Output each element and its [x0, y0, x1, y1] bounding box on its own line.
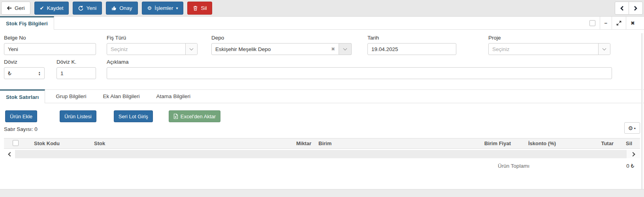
fis-turu-label: Fiş Türü — [107, 35, 198, 41]
chevron-left-icon — [620, 6, 624, 11]
detail-tabs: Stok Satırları Grup Bilgileri Ek Alan Bi… — [0, 89, 644, 103]
doviz-label: Döviz — [4, 59, 45, 65]
gear-icon: ⚙ — [147, 6, 152, 11]
panel-content: Belge No Fiş Türü Seçiniz Depo Eskişehir… — [4, 35, 640, 169]
fis-turu-select[interactable]: Seçiniz — [107, 43, 198, 55]
chevron-left-icon — [8, 152, 12, 156]
expand-icon — [616, 21, 621, 26]
window-tab-title: Stok Fiş Bilgileri — [6, 21, 48, 27]
total-row: Ürün Toplamı 0 ₺ — [4, 163, 640, 169]
aciklama-input[interactable] — [107, 67, 612, 79]
save-button[interactable]: ✔ Kaydet — [34, 2, 69, 15]
chevron-down-icon — [343, 46, 347, 50]
product-total-value: 0 ₺ — [626, 163, 634, 169]
checkbox-icon — [589, 20, 595, 26]
field-fis-turu: Fiş Türü Seçiniz — [107, 35, 198, 55]
grid-header-row: Stok Kodu Stok Miktar Birim Birim Fiyat … — [4, 138, 640, 149]
column-stok: Stok — [94, 140, 275, 146]
grid-horizontal-scrollbar — [4, 150, 640, 158]
import-excel-button[interactable]: Excel'den Aktar — [169, 110, 220, 122]
aciklama-label: Açıklama — [107, 59, 612, 65]
pin-checkbox[interactable] — [585, 17, 600, 30]
back-button[interactable]: Geri — [1, 2, 30, 15]
scrollbar-track[interactable] — [15, 150, 627, 158]
approve-button-label: Onay — [119, 5, 132, 11]
check-icon: ✔ — [40, 6, 44, 11]
tab-grup-bilgileri[interactable]: Grup Bilgileri — [50, 90, 92, 103]
save-button-label: Kaydet — [47, 5, 63, 11]
product-list-label: Ürün Listesi — [64, 114, 92, 119]
field-doviz-k: Döviz K. — [56, 59, 96, 79]
new-button[interactable]: Yeni — [73, 2, 102, 15]
column-stok-kodu: Stok Kodu — [34, 140, 94, 146]
tab-label: Stok Satırları — [6, 94, 39, 100]
column-birim: Birim — [318, 140, 366, 146]
minus-icon: − — [604, 20, 608, 26]
depo-value: Eskişehir Meşelik Depo — [215, 46, 329, 52]
row-count-text: Satır Sayısı: 0 — [4, 126, 38, 132]
operations-button[interactable]: ⚙ İşlemler ▾ — [142, 2, 184, 15]
close-icon: ✖ — [631, 20, 635, 26]
delete-button[interactable]: Sil — [187, 2, 212, 15]
doviz-select[interactable]: ₺ ▲▼ — [4, 67, 45, 79]
clear-icon[interactable]: ✖ — [331, 46, 335, 52]
add-product-button[interactable]: Ürün Ekle — [5, 110, 37, 122]
form-row-1: Belge No Fiş Türü Seçiniz Depo Eskişehir… — [4, 35, 640, 55]
next-record-button[interactable] — [629, 2, 643, 15]
column-tutar: Tutar — [588, 140, 614, 146]
doviz-value: ₺ — [8, 70, 38, 76]
window-tabbar: Stok Fiş Bilgileri − ✖ — [0, 16, 644, 30]
field-doviz: Döviz ₺ ▲▼ — [4, 59, 45, 79]
grid-settings-button[interactable]: ⚙▲ — [624, 122, 640, 134]
column-birim-fiyat: Birim Fiyat — [366, 140, 511, 146]
tarih-input[interactable] — [367, 43, 456, 55]
vertical-scrollbar[interactable] — [641, 33, 643, 189]
field-aciklama: Açıklama — [107, 59, 612, 79]
product-total-label: Ürün Toplamı — [498, 163, 529, 169]
field-tarih: Tarih — [367, 35, 456, 55]
fis-turu-placeholder: Seçiniz — [107, 46, 185, 52]
tab-ek-alan-bilgileri[interactable]: Ek Alan Bilgileri — [97, 90, 146, 103]
proje-select[interactable]: Seçiniz — [488, 43, 610, 55]
form-row-2: Döviz ₺ ▲▼ Döviz K. Açıklama — [4, 59, 640, 79]
previous-record-button[interactable] — [615, 2, 629, 15]
maximize-button[interactable] — [612, 17, 626, 30]
operations-button-label: İşlemler — [154, 5, 173, 11]
arrow-left-icon — [7, 6, 12, 11]
proje-label: Proje — [488, 35, 610, 41]
product-list-button[interactable]: Ürün Listesi — [60, 110, 96, 122]
field-belge-no: Belge No — [4, 35, 96, 55]
select-all-checkbox[interactable] — [13, 140, 34, 147]
caret-down-icon: ▾ — [176, 6, 178, 10]
stepper-icon: ▲▼ — [38, 71, 41, 76]
window-controls: − ✖ — [585, 17, 640, 30]
tab-stok-fis-bilgileri[interactable]: Stok Fiş Bilgileri — [0, 16, 54, 30]
doviz-k-label: Döviz K. — [56, 59, 96, 65]
chevron-down-icon[interactable] — [598, 44, 610, 55]
rowcount-bar: Satır Sayısı: 0 ⚙▲ — [4, 126, 640, 132]
back-button-label: Geri — [15, 5, 25, 11]
scroll-left-button[interactable] — [4, 150, 15, 158]
delete-button-label: Sil — [201, 5, 207, 11]
record-nav-group — [615, 2, 643, 15]
minimize-button[interactable]: − — [600, 17, 612, 30]
close-button[interactable]: ✖ — [626, 17, 639, 30]
scroll-right-button[interactable] — [627, 150, 640, 158]
depo-label: Depo — [211, 35, 352, 41]
depo-dropdown-button[interactable] — [339, 43, 352, 55]
tab-label: Grup Bilgileri — [56, 93, 86, 99]
tab-stok-satirlari[interactable]: Stok Satırları — [0, 89, 45, 103]
tab-atama-bilgileri[interactable]: Atama Bilgileri — [151, 90, 196, 103]
depo-select[interactable]: Eskişehir Meşelik Depo ✖ — [211, 43, 339, 55]
add-product-label: Ürün Ekle — [10, 114, 32, 119]
column-miktar: Miktar — [275, 140, 311, 146]
serial-lot-label: Seri Lot Giriş — [119, 114, 148, 119]
approve-button[interactable]: Onay — [106, 2, 137, 15]
doviz-k-input[interactable] — [56, 67, 96, 79]
chevron-down-icon[interactable] — [185, 44, 197, 55]
caret-up-icon: ▲ — [633, 127, 636, 129]
stock-receipt-page: { "toolbar": { "back": "Geri", "save": "… — [0, 0, 644, 197]
belge-no-input[interactable] — [4, 43, 96, 55]
serial-lot-button[interactable]: Seri Lot Giriş — [114, 110, 153, 122]
depo-combo: Eskişehir Meşelik Depo ✖ — [211, 43, 352, 55]
